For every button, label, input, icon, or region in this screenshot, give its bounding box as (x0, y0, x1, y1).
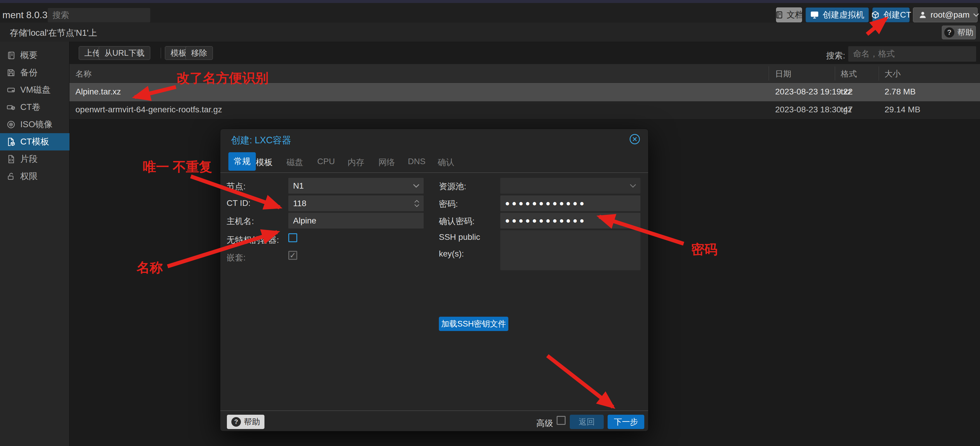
back-button[interactable]: 返回 (570, 415, 604, 429)
tab-general[interactable]: 常规 (228, 152, 256, 171)
dialog-form-area: 节点: N1 CT ID: 118 主机名: Alpine 无特权的容器: 嵌套… (220, 173, 648, 411)
sidebar-item-vm-disks[interactable]: VM磁盘 (0, 81, 70, 98)
annotation-password-note: 密码 (691, 242, 718, 257)
remove-button[interactable]: 移除 (185, 46, 213, 60)
column-header-name[interactable]: 名称 (75, 68, 92, 79)
ssh-key-textarea[interactable] (500, 230, 640, 270)
question-icon: ? (231, 417, 241, 427)
table-row-openwrt[interactable]: openwrt-armvirt-64-generic-rootfs.tar.gz… (70, 101, 980, 119)
password-value: ●●●●●●●●●●●● (505, 199, 586, 208)
nesting-checkbox: ✓ (288, 251, 297, 260)
tab-disks: 磁盘 (286, 157, 303, 168)
sidebar-item-snippets[interactable]: 片段 (0, 151, 70, 168)
unlock-icon (6, 172, 16, 181)
cell-format: tgz (841, 105, 852, 114)
user-icon (919, 11, 927, 19)
table-row-alpine[interactable]: Alpine.tar.xz 2023-08-23 19:19:22 txz 2.… (70, 83, 980, 101)
cell-format: txz (841, 87, 851, 97)
tab-memory: 内存 (348, 157, 364, 168)
sidebar-item-summary[interactable]: 概要 (0, 47, 70, 64)
confirm-password-input[interactable]: ●●●●●●●●●●●● (500, 213, 640, 229)
monitor-icon (810, 10, 819, 19)
ct-template-icon (6, 137, 16, 146)
close-icon[interactable] (629, 133, 641, 145)
tab-dns: DNS (408, 157, 425, 166)
table-search-input[interactable] (848, 46, 976, 62)
node-select[interactable]: N1 (288, 178, 424, 194)
ct-volume-icon (6, 103, 16, 112)
documentation-button[interactable]: 文档 (776, 8, 802, 22)
column-separator (768, 67, 769, 81)
confirm-password-label: 确认密码: (439, 216, 475, 227)
next-button[interactable]: 下一步 (608, 415, 644, 429)
tab-network: 网络 (379, 157, 395, 168)
column-header-size[interactable]: 大小 (885, 68, 901, 79)
cell-name: Alpine.tar.xz (75, 87, 121, 97)
question-icon: ? (944, 27, 955, 38)
sidebar-item-backup[interactable]: 备份 (0, 64, 70, 81)
user-label: root@pam (931, 10, 970, 20)
window-top-strip (0, 0, 980, 3)
sidebar-item-ct-templates[interactable]: CT模板 (0, 133, 70, 151)
toolbar-separator (161, 48, 161, 59)
harddisk-icon (6, 86, 16, 94)
confirm-password-value: ●●●●●●●●●●●● (505, 216, 586, 225)
ctid-spinner[interactable]: 118 (288, 195, 424, 211)
tab-template[interactable]: 模板 (256, 157, 272, 168)
sidebar: 概要 备份 VM磁盘 CT卷 ISO镜像 CT模板 片段 权限 (0, 42, 70, 446)
sidebar-item-permissions[interactable]: 权限 (0, 168, 70, 185)
chevron-down-icon (973, 13, 979, 17)
tab-confirm: 确认 (438, 157, 454, 168)
password-label: 密码: (439, 198, 458, 210)
cell-name: openwrt-armvirt-64-generic-rootfs.tar.gz (75, 105, 222, 114)
sidebar-item-label: CT模板 (20, 136, 49, 148)
tab-cpu: CPU (317, 157, 335, 166)
global-search-input[interactable] (48, 8, 150, 22)
documentation-label: 文档 (787, 9, 803, 21)
snippet-icon (6, 155, 16, 163)
unprivileged-checkbox[interactable] (288, 233, 297, 242)
nesting-label: 嵌套: (227, 252, 246, 263)
annotation-unique-note: 唯一 不重复 (143, 159, 212, 174)
sidebar-item-iso-images[interactable]: ISO镜像 (0, 116, 70, 133)
column-header-date[interactable]: 日期 (775, 68, 791, 79)
ssh-key-label-line2: key(s): (439, 249, 464, 259)
breadcrumb-bar: 存储'local'在节点'N1'上 (0, 23, 980, 42)
create-lxc-dialog: 创建: LXC容器 常规 模板 磁盘 CPU 内存 网络 DNS 确认 节点: … (220, 129, 649, 432)
node-label: 节点: (227, 181, 246, 192)
help-button[interactable]: ? 帮助 (942, 25, 976, 39)
book-icon (775, 11, 783, 19)
user-menu-button[interactable]: root@pam (913, 8, 978, 22)
table-header: 名称 日期 格式 大小 (70, 64, 980, 83)
sidebar-item-ct-volumes[interactable]: CT卷 (0, 98, 70, 116)
hostname-input[interactable]: Alpine (288, 213, 424, 229)
column-separator (835, 67, 835, 81)
help-label: 帮助 (957, 27, 974, 38)
advanced-label: 高级 (536, 418, 553, 429)
breadcrumb: 存储'local'在节点'N1'上 (10, 27, 97, 39)
sidebar-item-label: CT卷 (20, 101, 41, 113)
sidebar-item-label: 权限 (20, 170, 38, 183)
dialog-help-button[interactable]: ? 帮助 (227, 415, 264, 429)
create-vm-label: 创建虚拟机 (822, 9, 864, 21)
load-ssh-key-button[interactable]: 加载SSH密钥文件 (439, 317, 508, 331)
create-ct-label: 创建CT (883, 9, 911, 21)
dialog-help-label: 帮助 (244, 416, 260, 427)
hostname-value: Alpine (293, 216, 316, 225)
sidebar-item-label: VM磁盘 (20, 84, 51, 96)
spinner-arrows-icon[interactable] (414, 200, 420, 207)
book-icon (6, 51, 16, 60)
advanced-checkbox[interactable] (557, 416, 566, 425)
sidebar-item-label: 备份 (20, 67, 38, 79)
column-header-format[interactable]: 格式 (841, 68, 857, 79)
annotation-name-note: 名称 (136, 260, 163, 275)
download-from-url-button[interactable]: 从URL下载 (99, 46, 150, 60)
create-ct-button[interactable]: 创建CT (872, 8, 910, 22)
create-vm-button[interactable]: 创建虚拟机 (806, 8, 869, 22)
pool-select[interactable] (500, 178, 640, 194)
cube-icon (871, 10, 880, 19)
sidebar-item-label: 片段 (20, 153, 38, 165)
password-input[interactable]: ●●●●●●●●●●●● (500, 195, 640, 211)
ssh-key-label-line1: SSH public (439, 232, 480, 242)
cell-size: 29.14 MB (885, 105, 920, 114)
